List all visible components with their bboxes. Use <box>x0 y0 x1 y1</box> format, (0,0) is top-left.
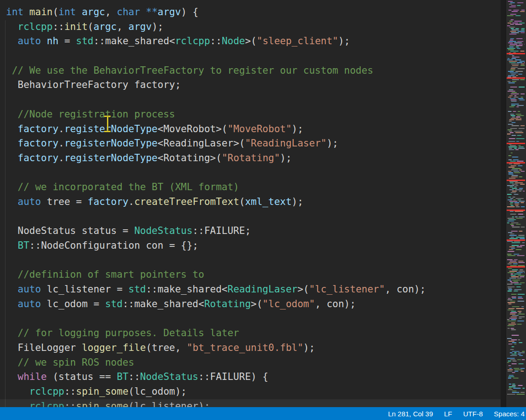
code-token: registerNodeType <box>64 138 157 149</box>
code-token: std <box>105 298 123 309</box>
code-token: ); <box>152 21 163 32</box>
code-line[interactable]: //definiion of smart pointers to <box>0 268 501 282</box>
code-token: ::NodeConfiguration con = {}; <box>30 240 199 251</box>
code-token <box>6 284 18 295</box>
code-token: //definiion of smart pointers to <box>18 269 204 280</box>
code-line[interactable]: //Node registration process <box>0 107 501 122</box>
code-line[interactable]: // for logging purposes. Details later <box>0 326 501 341</box>
code-token <box>41 35 47 47</box>
code-line[interactable] <box>0 166 501 181</box>
code-token: >( <box>210 152 222 163</box>
code-token <box>6 21 18 32</box>
code-token: lc_listener = <box>41 284 129 295</box>
code-line[interactable]: rclcpp::spin_some(lc_odom); <box>0 385 501 399</box>
code-token: "ReadingLaser" <box>245 138 326 149</box>
code-token: NodeStatus <box>134 225 192 236</box>
code-token: , <box>175 342 187 353</box>
code-line[interactable]: NodeStatus status = NodeStatus::FAILURE; <box>0 224 501 239</box>
code-token <box>6 401 30 407</box>
code-token <box>6 181 18 192</box>
code-line[interactable] <box>0 253 501 268</box>
code-token <box>6 269 18 280</box>
code-token: ( <box>146 342 152 353</box>
code-token: Node <box>222 35 245 47</box>
scrollbar-gutter[interactable] <box>501 0 506 407</box>
code-line[interactable]: auto lc_odom = std::make_shared<Rotating… <box>0 297 501 312</box>
code-line[interactable]: // We use the BehaviorTreeFactory to reg… <box>0 64 501 78</box>
code-line[interactable]: rclcpp::init(argc, argv); <box>0 20 501 35</box>
code-token: logger_file <box>82 342 146 353</box>
code-token: . <box>59 123 65 134</box>
code-token: >( <box>251 298 262 309</box>
code-line[interactable] <box>0 311 501 326</box>
code-token: < <box>158 152 164 163</box>
code-token: ** <box>140 6 158 18</box>
code-token: ::make_shared< <box>94 35 175 47</box>
code-token <box>6 123 18 134</box>
code-line[interactable]: factory.registerNodeType<ReadingLaser>("… <box>0 136 501 151</box>
code-token: MoveRobot <box>163 123 216 134</box>
code-token: ( <box>239 196 245 207</box>
code-line[interactable]: FileLogger logger_file(tree, "bt_trace_u… <box>0 341 501 356</box>
code-token <box>6 357 18 368</box>
status-encoding[interactable]: UTF-8 <box>463 410 483 418</box>
code-line[interactable]: auto nh = std::make_shared<rclcpp::Node>… <box>0 34 501 49</box>
code-line[interactable]: factory.registerNodeType<MoveRobot>("Mov… <box>0 122 501 137</box>
code-token: tree <box>152 342 175 353</box>
status-cursor-position[interactable]: Ln 281, Col 39 <box>388 410 433 418</box>
code-token: // we spin ROS nodes <box>18 357 134 368</box>
code-token: argc <box>94 21 117 32</box>
code-line[interactable]: int main(int argc, char **argv) { <box>0 5 501 20</box>
code-line[interactable]: factory.registerNodeType<Rotating>("Rota… <box>0 151 501 166</box>
code-line[interactable]: BT::NodeConfiguration con = {}; <box>0 239 501 253</box>
code-token: NodeStatus status = <box>6 225 134 236</box>
code-token: spin_some <box>76 386 129 397</box>
code-token: FileLogger <box>6 342 82 353</box>
code-line[interactable]: BehaviorTreeFactory factory; <box>0 78 501 93</box>
code-token: char <box>117 6 140 18</box>
code-token <box>6 109 18 120</box>
code-token: ::make_shared< <box>146 284 227 295</box>
code-token: //Node registration process <box>18 109 175 120</box>
code-token: ) { <box>181 6 198 18</box>
code-token: argv <box>158 6 181 18</box>
code-token: rclcpp <box>30 386 65 397</box>
minimap[interactable] <box>506 0 526 407</box>
code-token: . <box>129 196 135 207</box>
code-line[interactable]: auto tree = factory.createTreeFromText(x… <box>0 195 501 210</box>
code-token: >( <box>297 284 309 295</box>
vscode-editor-window: int main(int argc, char **argv) { rclcpp… <box>0 0 526 420</box>
code-editor[interactable]: int main(int argc, char **argv) { rclcpp… <box>0 0 501 407</box>
code-line[interactable]: auto lc_listener = std::make_shared<Read… <box>0 282 501 297</box>
code-line[interactable]: // we incorporated the BT (XML format) <box>0 180 501 195</box>
code-line[interactable] <box>0 93 501 107</box>
code-token: (lc_listener); <box>129 401 210 407</box>
code-token: ::FAILURE; <box>193 225 251 236</box>
code-line[interactable]: rclcpp::spin_some(lc_listener); <box>0 399 501 407</box>
code-token: , con); <box>315 298 356 309</box>
code-token: xml_text <box>245 196 291 207</box>
code-token <box>6 240 18 251</box>
code-token: init <box>64 21 88 32</box>
code-line[interactable]: // we spin ROS nodes <box>0 356 501 370</box>
status-eol-indicator[interactable]: LF <box>444 410 452 418</box>
code-token: rclcpp <box>30 401 65 407</box>
code-token <box>6 327 18 338</box>
code-token: >( <box>245 35 256 47</box>
code-line[interactable] <box>0 49 501 64</box>
code-line[interactable]: while (status == BT::NodeStatus::FAILURE… <box>0 370 501 385</box>
code-token: while <box>18 371 47 382</box>
code-token: ReadingLaser <box>227 284 297 295</box>
code-token: auto <box>18 298 41 309</box>
code-token: ); <box>326 138 338 149</box>
code-token: std <box>76 35 94 47</box>
status-indent-setting[interactable]: Spaces: 4 <box>494 410 525 418</box>
code-token: Rotating <box>204 298 251 309</box>
code-token: registerNodeType <box>64 123 157 134</box>
code-token: :: <box>53 21 64 32</box>
code-token: auto <box>18 35 41 47</box>
code-line[interactable] <box>0 210 501 224</box>
code-token: argv <box>129 21 152 32</box>
code-token: , <box>117 21 128 32</box>
code-token: . <box>59 138 65 149</box>
